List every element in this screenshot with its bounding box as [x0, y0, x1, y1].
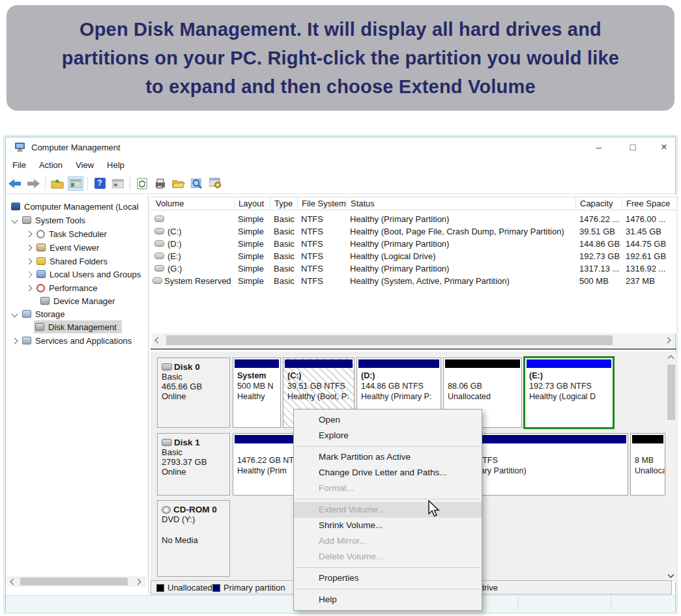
- strip-divider: [517, 597, 518, 610]
- menu-bar: File Action View Help: [6, 157, 675, 173]
- scroll-right-icon[interactable]: [135, 579, 141, 585]
- close-button[interactable]: ×: [653, 139, 675, 156]
- window-title: Computer Management: [31, 143, 121, 152]
- scrollbar-thumb[interactable]: [20, 578, 128, 585]
- settings-icon[interactable]: [207, 176, 223, 191]
- services-applications-icon: [22, 337, 31, 344]
- forward-icon[interactable]: [25, 176, 41, 191]
- menu-item-help[interactable]: Help: [294, 592, 482, 608]
- menu-view[interactable]: View: [69, 160, 100, 170]
- menu-action[interactable]: Action: [33, 160, 69, 170]
- volume-row[interactable]: (C:) Simple Basic NTFS Healthy (Boot, Pa…: [151, 225, 676, 238]
- legend-swatch: [156, 584, 164, 592]
- disk0-header[interactable]: Disk 0 Basic 465.66 GB Online: [157, 357, 230, 428]
- chevron-right-icon[interactable]: [26, 244, 33, 251]
- menu-item-format: Format...: [294, 481, 482, 496]
- chevron-right-icon[interactable]: [26, 271, 33, 277]
- tree-item-device-manager[interactable]: Device Manager: [35, 294, 115, 307]
- tree-item-system-tools[interactable]: System Tools: [12, 214, 85, 227]
- banner-line-3: to expand and then choose Extend Volume: [62, 72, 619, 101]
- graphic-pane-vertical-scrollbar[interactable]: [666, 352, 676, 582]
- refresh-icon[interactable]: [134, 176, 150, 191]
- find-icon[interactable]: [189, 176, 205, 191]
- column-free-space[interactable]: Free Space: [622, 197, 675, 210]
- column-type[interactable]: Type: [270, 197, 297, 210]
- disk-icon: [162, 439, 172, 446]
- show-console-tree-icon[interactable]: [68, 176, 83, 191]
- volume-pane-horizontal-scrollbar[interactable]: [152, 333, 675, 347]
- minimize-button[interactable]: –: [588, 139, 610, 156]
- tree-item-performance[interactable]: Performance: [27, 281, 97, 294]
- disk1-header[interactable]: Disk 1 Basic 2793.37 GB Online: [157, 433, 230, 496]
- tree-item-local-users-groups[interactable]: Local Users and Groups: [27, 268, 141, 281]
- back-icon[interactable]: [7, 176, 23, 191]
- volume-row[interactable]: (D:) Simple Basic NTFS Healthy (Primary …: [151, 238, 676, 250]
- menu-item-change-drive-letter[interactable]: Change Drive Letter and Paths...: [294, 465, 482, 481]
- maximize-button[interactable]: □: [622, 139, 644, 156]
- tree-horizontal-scrollbar[interactable]: [7, 576, 145, 587]
- menu-separator: [295, 446, 480, 447]
- scroll-down-icon[interactable]: [668, 572, 674, 578]
- volume-icon: [154, 253, 164, 259]
- banner-text: Open Disk Management. It will display al…: [62, 15, 619, 101]
- scrollbar-thumb[interactable]: [667, 365, 675, 420]
- chevron-down-icon[interactable]: [12, 311, 18, 317]
- volume-icon: [154, 240, 164, 247]
- export-list-icon[interactable]: [152, 176, 168, 191]
- primary-partition-bar: [358, 359, 439, 368]
- tree-item-task-scheduler[interactable]: Task Scheduler: [27, 227, 107, 240]
- menu-item-open[interactable]: Open: [294, 412, 482, 428]
- chevron-down-icon[interactable]: [12, 217, 18, 223]
- unallocated-bar: [632, 435, 663, 443]
- volume-row[interactable]: (E:) Simple Basic NTFS Healthy (Logical …: [151, 250, 676, 262]
- open-folder-icon[interactable]: [171, 176, 186, 191]
- tree-item-event-viewer[interactable]: Event Viewer: [27, 241, 99, 254]
- menu-item-extend-volume: Extend Volume...: [294, 502, 482, 518]
- scroll-right-icon[interactable]: [665, 337, 671, 344]
- menu-help[interactable]: Help: [100, 160, 131, 170]
- shared-folders-icon: [36, 257, 46, 265]
- column-file-system[interactable]: File System: [297, 197, 346, 210]
- volume-list-pane: Volume Layout Type File System Status Ca…: [151, 195, 676, 333]
- tree-item-shared-folders[interactable]: Shared Folders: [27, 255, 108, 268]
- cdrom-header[interactable]: CD-ROM 0 DVD (Y:) No Media: [157, 500, 230, 577]
- chevron-right-icon[interactable]: [26, 231, 33, 237]
- tree-item-storage[interactable]: Storage: [12, 307, 65, 320]
- column-layout[interactable]: Layout: [234, 197, 270, 210]
- chevron-right-icon[interactable]: [26, 258, 33, 264]
- unallocated-bar: [445, 359, 520, 368]
- menu-item-shrink-volume[interactable]: Shrink Volume...: [294, 518, 482, 533]
- tree-item-disk-management[interactable]: Disk Management: [34, 320, 122, 333]
- menu-file[interactable]: File: [6, 160, 33, 170]
- partition-e-selected[interactable]: (E:)192.73 GB NTFSHealthy (Logical D: [523, 356, 615, 429]
- column-volume[interactable]: Volume: [152, 197, 234, 210]
- tree-item-services-applications[interactable]: Services and Applications: [12, 334, 132, 347]
- banner-line-2: partitions on your PC. Right-click the p…: [62, 44, 619, 72]
- menu-item-explore[interactable]: Explore: [294, 428, 482, 443]
- volume-row[interactable]: (G:) Simple Basic NTFS Healthy (Primary …: [151, 262, 676, 275]
- tree-item-computer-management[interactable]: Computer Management (Local: [8, 200, 139, 213]
- volume-icon: [154, 216, 164, 222]
- up-folder-icon[interactable]: [50, 176, 65, 191]
- column-status[interactable]: Status: [346, 197, 575, 210]
- primary-partition-bar: [235, 359, 279, 368]
- toolbar: ?: [6, 173, 675, 194]
- chevron-right-icon[interactable]: [12, 337, 18, 344]
- menu-item-properties[interactable]: Properties: [294, 570, 482, 586]
- volume-row[interactable]: System Reserved Simple Basic NTFS Health…: [151, 275, 676, 287]
- console-window-icon[interactable]: [110, 176, 126, 191]
- partition-system[interactable]: System500 MB NHealthy: [233, 357, 281, 428]
- scroll-up-icon[interactable]: [668, 356, 674, 362]
- scroll-left-icon[interactable]: [10, 579, 17, 585]
- help-icon[interactable]: ?: [92, 176, 108, 191]
- pane-splitter[interactable]: [151, 348, 676, 350]
- volume-icon: [154, 265, 164, 272]
- chevron-right-icon[interactable]: [26, 285, 33, 291]
- mouse-cursor-icon: [427, 500, 442, 517]
- scrollbar-thumb[interactable]: [166, 335, 613, 345]
- column-capacity[interactable]: Capacity: [575, 197, 622, 210]
- unallocated-small-region[interactable]: 8 MBUnallocated: [630, 433, 665, 496]
- scroll-left-icon[interactable]: [155, 337, 162, 344]
- volume-row[interactable]: Simple Basic NTFS Healthy (Primary Parti…: [151, 213, 676, 225]
- menu-item-mark-partition-active[interactable]: Mark Partition as Active: [294, 449, 482, 465]
